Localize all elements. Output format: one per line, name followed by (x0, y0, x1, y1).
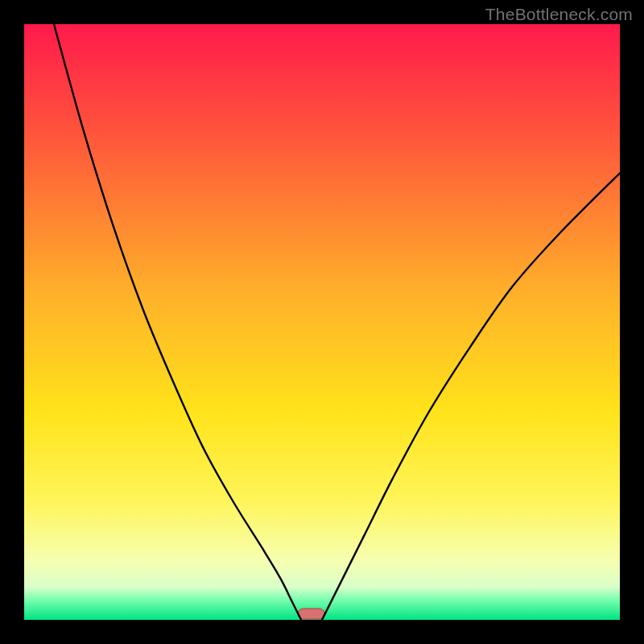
gradient-background (24, 24, 620, 620)
bottleneck-marker (298, 609, 324, 619)
chart-svg (24, 24, 620, 620)
watermark-text: TheBottleneck.com (485, 5, 633, 24)
plot-area (24, 24, 620, 620)
chart-frame: TheBottleneck.com (0, 0, 644, 644)
